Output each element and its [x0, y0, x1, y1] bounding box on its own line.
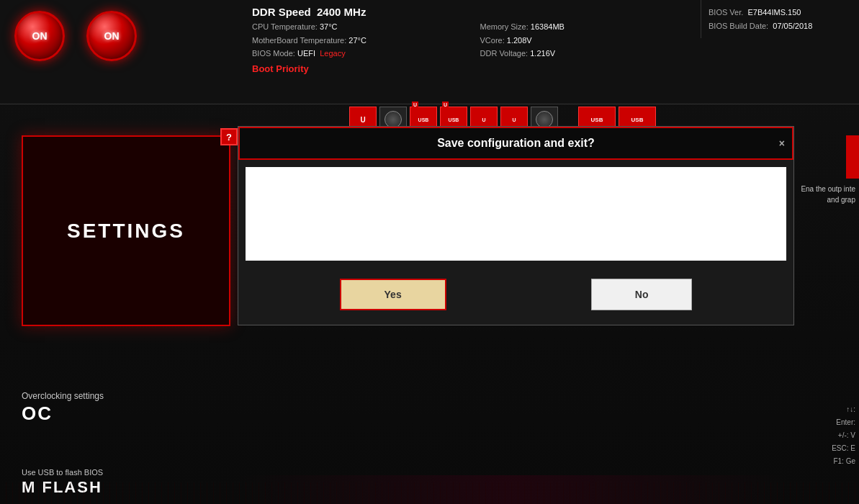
- key-help-panel: ↑↓: Enter: +/-: V ESC: E F1: Ge: [832, 403, 855, 468]
- vcore-item: VCore: 1.208V: [480, 35, 694, 48]
- modal-title-bar: Save configuration and exit? ×: [238, 127, 793, 160]
- modal-close-button[interactable]: ×: [779, 138, 785, 149]
- key-enter: Enter:: [832, 416, 855, 429]
- oc-subtitle: Overclocking settings: [22, 391, 230, 401]
- oc-section[interactable]: Overclocking settings OC: [22, 391, 230, 425]
- bios-ver-item: BIOS Ver. E7B44IMS.150: [709, 6, 852, 19]
- boot-priority-label: Boot Priority: [252, 63, 693, 74]
- system-info-grid: CPU Temperature: 37°C Memory Size: 16384…: [252, 21, 693, 60]
- modal-buttons: Yes No: [238, 268, 793, 325]
- center-info-panel: DDR Speed 2400 MHz CPU Temperature: 37°C…: [245, 0, 701, 80]
- settings-label: SETTINGS: [67, 220, 185, 243]
- right-info-panel: BIOS Ver. E7B44IMS.150 BIOS Build Date: …: [701, 0, 859, 38]
- mflash-subtitle: Use USB to flash BIOS: [22, 468, 230, 477]
- cpu-temp-item: CPU Temperature: 37°C: [252, 21, 466, 34]
- save-exit-modal: Save configuration and exit? × Yes No: [238, 126, 794, 325]
- help-badge: ?: [220, 128, 238, 145]
- key-f1: F1: Ge: [832, 455, 855, 468]
- top-info-bar: ON ON DDR Speed 2400 MHz CPU Temperature…: [0, 0, 859, 104]
- ddr-voltage-item: DDR Voltage: 1.216V: [480, 48, 694, 60]
- on-button-1[interactable]: ON: [14, 11, 65, 61]
- right-panel-accent: [846, 135, 859, 179]
- modal-title-text: Save configuration and exit?: [437, 137, 595, 149]
- memory-size-item: Memory Size: 16384MB: [480, 21, 694, 34]
- modal-no-button[interactable]: No: [591, 279, 693, 310]
- bottom-lines: [0, 482, 859, 504]
- settings-panel[interactable]: ? SETTINGS: [22, 135, 230, 326]
- key-plus-minus: +/-: V: [832, 429, 855, 442]
- mb-temp-item: MotherBoard Temperature: 27°C: [252, 35, 466, 48]
- modal-content: [246, 167, 786, 261]
- left-controls: ON ON: [0, 0, 245, 72]
- modal-yes-button[interactable]: Yes: [340, 279, 446, 310]
- key-esc: ESC: E: [832, 442, 855, 455]
- bios-build-item: BIOS Build Date: 07/05/2018: [709, 19, 852, 33]
- right-panel-description: Ena the outp inte and grap: [794, 184, 855, 205]
- ddr-speed-line: DDR Speed 2400 MHz: [252, 6, 693, 18]
- oc-title: OC: [22, 402, 230, 425]
- bios-mode-item: BIOS Mode: UEFI Legacy: [252, 48, 466, 60]
- key-up-down: ↑↓:: [832, 403, 855, 416]
- on-button-2[interactable]: ON: [86, 11, 137, 61]
